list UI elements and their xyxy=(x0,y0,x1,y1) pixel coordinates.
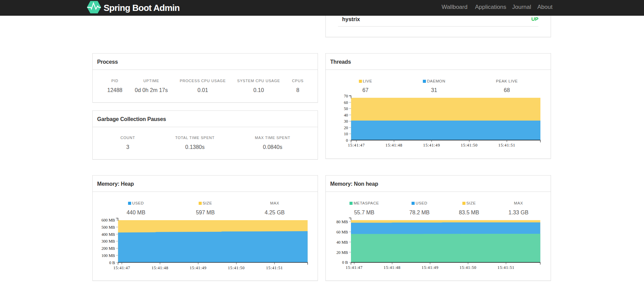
svg-text:15:41:48: 15:41:48 xyxy=(384,265,401,270)
svg-text:200 MB: 200 MB xyxy=(102,246,115,251)
svg-text:100 MB: 100 MB xyxy=(102,253,115,258)
svg-text:40: 40 xyxy=(344,113,348,118)
svg-text:300 MB: 300 MB xyxy=(102,239,115,244)
svg-text:30: 30 xyxy=(344,119,348,124)
svg-text:15:41:49: 15:41:49 xyxy=(423,143,440,148)
svg-text:70: 70 xyxy=(344,94,348,98)
svg-text:10: 10 xyxy=(344,132,348,136)
svg-text:600 MB: 600 MB xyxy=(102,218,115,223)
svg-text:15:41:48: 15:41:48 xyxy=(385,143,402,148)
svg-text:15:41:51: 15:41:51 xyxy=(499,143,516,148)
svg-text:15:41:47: 15:41:47 xyxy=(346,265,363,270)
svg-text:20: 20 xyxy=(344,125,348,130)
svg-text:15:41:48: 15:41:48 xyxy=(152,265,169,270)
svg-text:15:41:49: 15:41:49 xyxy=(190,265,207,270)
svg-text:15:41:47: 15:41:47 xyxy=(348,143,365,148)
svg-text:50: 50 xyxy=(344,106,348,111)
svg-text:80 MB: 80 MB xyxy=(336,219,348,224)
svg-text:500 MB: 500 MB xyxy=(102,225,115,230)
svg-text:15:41:49: 15:41:49 xyxy=(421,265,439,270)
svg-text:0 B: 0 B xyxy=(342,260,348,265)
svg-text:15:41:50: 15:41:50 xyxy=(228,265,245,270)
svg-text:0: 0 xyxy=(346,138,348,143)
svg-text:400 MB: 400 MB xyxy=(102,232,115,237)
svg-text:20 MB: 20 MB xyxy=(336,250,348,255)
svg-text:60 MB: 60 MB xyxy=(336,230,348,234)
svg-text:40 MB: 40 MB xyxy=(336,240,348,245)
svg-text:60: 60 xyxy=(344,100,348,105)
svg-text:15:41:51: 15:41:51 xyxy=(497,265,515,270)
svg-text:15:41:50: 15:41:50 xyxy=(460,265,477,270)
svg-text:15:41:50: 15:41:50 xyxy=(461,143,478,148)
svg-text:0 B: 0 B xyxy=(109,260,115,265)
svg-text:15:41:47: 15:41:47 xyxy=(113,265,131,270)
svg-text:15:41:51: 15:41:51 xyxy=(266,265,283,270)
